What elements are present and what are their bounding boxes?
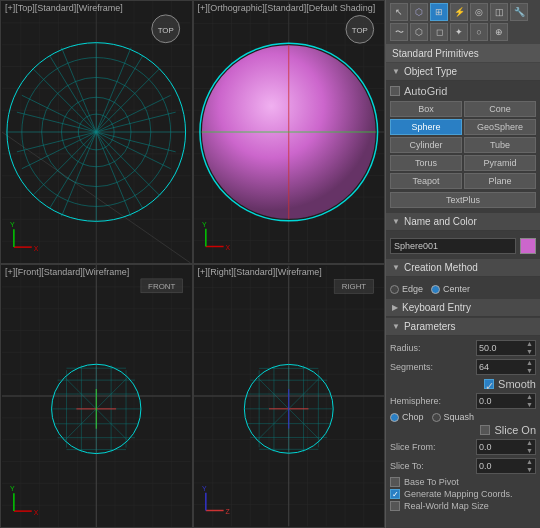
- hemisphere-down-arrow[interactable]: ▼: [526, 401, 533, 409]
- viewport-top-left[interactable]: [+][Top][Standard][Wireframe]: [0, 0, 193, 264]
- object-type-arrow: ▼: [392, 67, 400, 76]
- toolbar-cursor-icon[interactable]: ↖: [390, 3, 408, 21]
- name-color-section: ▼ Name and Color: [386, 213, 540, 258]
- viewport-bottom-right[interactable]: [+][Right][Standard][Wireframe]: [193, 264, 386, 528]
- slice-to-arrows[interactable]: ▲ ▼: [526, 458, 533, 474]
- real-world-checkbox[interactable]: [390, 501, 400, 511]
- btn-pyramid[interactable]: Pyramid: [464, 155, 536, 171]
- btn-tube[interactable]: Tube: [464, 137, 536, 153]
- parameters-section: ▼ Parameters Radius: 50.0 ▲ ▼: [386, 318, 540, 517]
- segments-label: Segments:: [390, 362, 433, 372]
- btn-cone[interactable]: Cone: [464, 101, 536, 117]
- slice-to-up[interactable]: ▲: [526, 458, 533, 466]
- hemisphere-arrows[interactable]: ▲ ▼: [526, 393, 533, 409]
- toolbar-modify-icon[interactable]: ⊞: [430, 3, 448, 21]
- hemisphere-spinner[interactable]: 0.0 ▲ ▼: [476, 393, 536, 409]
- svg-text:X: X: [225, 244, 230, 251]
- grid-top-right: TOP X Y: [194, 1, 385, 263]
- btn-textplus[interactable]: TextPlus: [390, 192, 536, 208]
- slice-from-arrows[interactable]: ▲ ▼: [526, 439, 533, 455]
- hemisphere-label: Hemisphere:: [390, 396, 441, 406]
- toolbar-utilities-icon[interactable]: 🔧: [510, 3, 528, 21]
- keyboard-entry-section: ▶ Keyboard Entry: [386, 299, 540, 317]
- slice-to-spinner[interactable]: 0.0 ▲ ▼: [476, 458, 536, 474]
- svg-text:X: X: [34, 245, 39, 252]
- edge-radio[interactable]: [390, 285, 399, 294]
- generate-mapping-label: Generate Mapping Coords.: [404, 489, 513, 499]
- radius-arrows[interactable]: ▲ ▼: [526, 340, 533, 356]
- toolbar-particle-icon[interactable]: ✦: [450, 23, 468, 41]
- color-swatch[interactable]: [520, 238, 536, 254]
- main-container: [+][Top][Standard][Wireframe]: [0, 0, 540, 528]
- name-color-arrow: ▼: [392, 217, 400, 226]
- center-radio[interactable]: [431, 285, 440, 294]
- parameters-title[interactable]: ▼ Parameters: [386, 318, 540, 336]
- creation-method-title[interactable]: ▼ Creation Method: [386, 259, 540, 277]
- slice-on-checkbox[interactable]: [480, 425, 490, 435]
- svg-text:RIGHT: RIGHT: [341, 282, 366, 291]
- base-to-pivot-checkbox[interactable]: [390, 477, 400, 487]
- svg-text:Y: Y: [10, 485, 15, 492]
- toolbar-create-icon[interactable]: ⬡: [410, 3, 428, 21]
- btn-geosphere[interactable]: GeoSphere: [464, 119, 536, 135]
- slice-from-down[interactable]: ▼: [526, 447, 533, 455]
- slice-from-row: Slice From: 0.0 ▲ ▼: [390, 439, 536, 455]
- toolbar-mesh-icon[interactable]: ⬡: [410, 23, 428, 41]
- generate-mapping-checkbox[interactable]: ✓: [390, 489, 400, 499]
- center-radio-label[interactable]: Center: [431, 284, 470, 294]
- segments-arrows[interactable]: ▲ ▼: [526, 359, 533, 375]
- chop-radio-label[interactable]: Chop: [390, 412, 424, 422]
- parameters-arrow: ▼: [392, 322, 400, 331]
- segments-row: Segments: 64 ▲ ▼: [390, 359, 536, 375]
- object-name-input[interactable]: [390, 238, 516, 254]
- creation-method-section: ▼ Creation Method Edge Center: [386, 259, 540, 298]
- keyboard-entry-title[interactable]: ▶ Keyboard Entry: [386, 299, 540, 317]
- slice-from-label: Slice From:: [390, 442, 436, 452]
- viewport-bottom-left[interactable]: [+][Front][Standard][Wireframe]: [0, 264, 193, 528]
- smooth-row: ✓ Smooth: [390, 378, 536, 390]
- creation-method-radio-row: Edge Center: [390, 284, 536, 294]
- name-color-title[interactable]: ▼ Name and Color: [386, 213, 540, 231]
- toolbar-helpers-icon[interactable]: ⊕: [490, 23, 508, 41]
- segments-up-arrow[interactable]: ▲: [526, 359, 533, 367]
- hemisphere-up-arrow[interactable]: ▲: [526, 393, 533, 401]
- toolbar-surface-icon[interactable]: ◻: [430, 23, 448, 41]
- btn-torus[interactable]: Torus: [390, 155, 462, 171]
- segments-spinner[interactable]: 64 ▲ ▼: [476, 359, 536, 375]
- viewport-label-bottom-right: [+][Right][Standard][Wireframe]: [198, 267, 322, 277]
- object-type-title[interactable]: ▼ Object Type: [386, 63, 540, 81]
- edge-radio-label[interactable]: Edge: [390, 284, 423, 294]
- btn-cylinder[interactable]: Cylinder: [390, 137, 462, 153]
- toolbar-hierarchy-icon[interactable]: ⚡: [450, 3, 468, 21]
- viewport-top-right[interactable]: [+][Orthographic][Standard][Default Shad…: [193, 0, 386, 264]
- parameters-content: Radius: 50.0 ▲ ▼ Segments: 64: [386, 336, 540, 517]
- panel-toolbar: ↖ ⬡ ⊞ ⚡ ◎ ◫ 🔧 〜 ⬡ ◻ ✦ ○ ⊕: [386, 0, 540, 45]
- toolbar-motion-icon[interactable]: ◎: [470, 3, 488, 21]
- btn-teapot[interactable]: Teapot: [390, 173, 462, 189]
- btn-box[interactable]: Box: [390, 101, 462, 117]
- toolbar-space-icon[interactable]: ○: [470, 23, 488, 41]
- squash-radio[interactable]: [432, 413, 441, 422]
- toolbar-display-icon[interactable]: ◫: [490, 3, 508, 21]
- hemisphere-row: Hemisphere: 0.0 ▲ ▼: [390, 393, 536, 409]
- autogrid-checkbox[interactable]: [390, 86, 400, 96]
- slice-to-down[interactable]: ▼: [526, 466, 533, 474]
- viewports-area: [+][Top][Standard][Wireframe]: [0, 0, 385, 528]
- radius-up-arrow[interactable]: ▲: [526, 340, 533, 348]
- squash-radio-label[interactable]: Squash: [432, 412, 475, 422]
- btn-sphere[interactable]: Sphere: [390, 119, 462, 135]
- radius-spinner[interactable]: 50.0 ▲ ▼: [476, 340, 536, 356]
- svg-text:FRONT: FRONT: [148, 282, 175, 291]
- radius-down-arrow[interactable]: ▼: [526, 348, 533, 356]
- slice-from-spinner[interactable]: 0.0 ▲ ▼: [476, 439, 536, 455]
- svg-text:Z: Z: [225, 508, 229, 515]
- smooth-checkbox[interactable]: ✓: [484, 379, 494, 389]
- btn-plane[interactable]: Plane: [464, 173, 536, 189]
- segments-down-arrow[interactable]: ▼: [526, 367, 533, 375]
- svg-text:Y: Y: [201, 485, 206, 492]
- grid-top-left: TOP X Y: [1, 1, 192, 263]
- svg-text:X: X: [34, 509, 39, 516]
- chop-radio[interactable]: [390, 413, 399, 422]
- slice-from-up[interactable]: ▲: [526, 439, 533, 447]
- toolbar-curve-icon[interactable]: 〜: [390, 23, 408, 41]
